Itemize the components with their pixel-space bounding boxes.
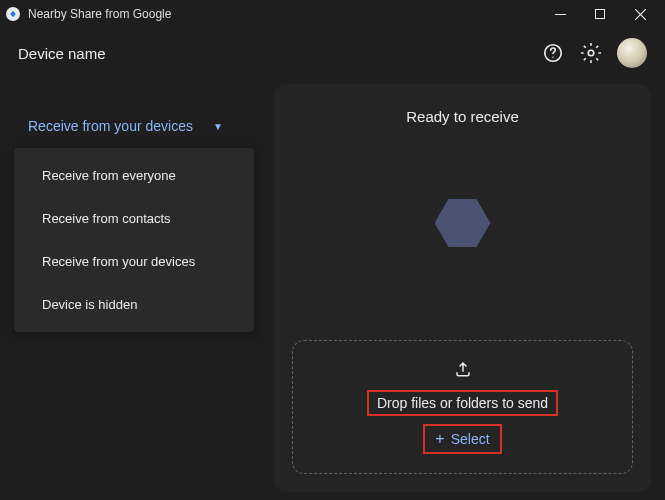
main-panel: Ready to receive Drop files or folders t… [274, 84, 651, 492]
drop-zone[interactable]: Drop files or folders to send + Select [292, 340, 633, 474]
window-controls [551, 5, 659, 23]
maximize-button[interactable] [591, 5, 609, 23]
header-actions [541, 38, 647, 68]
dropdown-label: Receive from your devices [28, 118, 193, 134]
app-icon [6, 7, 20, 21]
menu-item-everyone[interactable]: Receive from everyone [14, 154, 254, 197]
titlebar-title: Nearby Share from Google [28, 7, 551, 21]
upload-icon [454, 360, 472, 382]
svg-rect-1 [596, 10, 605, 19]
help-icon[interactable] [541, 41, 565, 65]
header: Device name [0, 28, 665, 84]
hexagon-placeholder [435, 199, 491, 247]
device-name-label: Device name [18, 45, 541, 62]
select-label: Select [451, 431, 490, 447]
gear-icon[interactable] [579, 41, 603, 65]
visibility-menu: Receive from everyone Receive from conta… [14, 148, 254, 332]
visibility-dropdown[interactable]: Receive from your devices ▼ [14, 112, 254, 140]
svg-point-6 [588, 50, 594, 56]
select-button[interactable]: + Select [423, 424, 501, 454]
ready-title: Ready to receive [406, 108, 519, 125]
menu-item-hidden[interactable]: Device is hidden [14, 283, 254, 326]
hexagon-icon [435, 199, 491, 247]
menu-item-contacts[interactable]: Receive from contacts [14, 197, 254, 240]
close-button[interactable] [631, 5, 649, 23]
drop-text: Drop files or folders to send [367, 390, 558, 416]
titlebar: Nearby Share from Google [0, 0, 665, 28]
content: Receive from your devices ▼ Receive from… [0, 84, 665, 492]
menu-item-your-devices[interactable]: Receive from your devices [14, 240, 254, 283]
avatar[interactable] [617, 38, 647, 68]
left-panel: Receive from your devices ▼ Receive from… [14, 84, 254, 492]
plus-icon: + [435, 430, 444, 448]
minimize-button[interactable] [551, 5, 569, 23]
svg-point-5 [552, 56, 553, 57]
chevron-down-icon: ▼ [213, 121, 223, 132]
